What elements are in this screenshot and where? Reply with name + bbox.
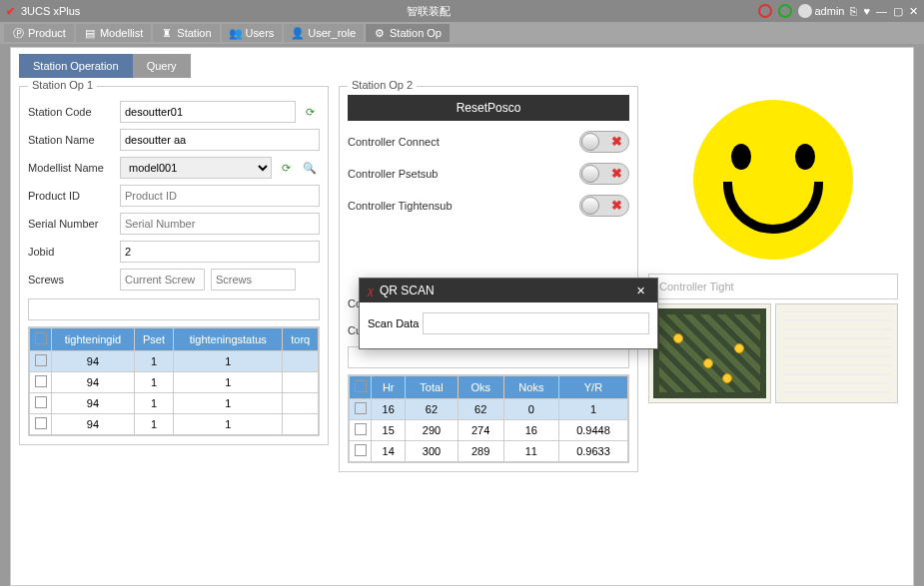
station-name-label: Station Name [28, 134, 120, 146]
dialog-close-button[interactable]: ✕ [632, 285, 649, 297]
dialog-title: QR SCAN [380, 284, 632, 297]
op1-legend: Station Op 1 [28, 79, 97, 91]
thumbnail-doc[interactable] [775, 303, 898, 403]
station-icon: ♜ [161, 27, 173, 39]
tab-users[interactable]: 👥Users [222, 24, 283, 42]
content-area: Station Operation Query Station Op 1 Sta… [10, 47, 914, 586]
thumbnails [648, 303, 898, 403]
users-icon: 👥 [230, 27, 242, 39]
refresh-icon[interactable]: ⟳ [300, 102, 320, 122]
current-program-box[interactable] [348, 346, 629, 368]
row-checkbox[interactable] [355, 402, 367, 414]
op1-freebox[interactable] [28, 298, 320, 320]
table-row[interactable]: 9411 [30, 414, 319, 435]
row-checkbox[interactable] [35, 417, 47, 429]
refresh2-icon[interactable]: ⟳ [276, 158, 296, 178]
station-op-1-fieldset: Station Op 1 Station Code ⟳ Station Name… [19, 86, 329, 445]
select-all-checkbox[interactable] [35, 332, 47, 344]
table-row[interactable]: 15290274160.9448 [350, 420, 628, 441]
select-all-checkbox[interactable] [355, 380, 367, 392]
app-logo-icon: ✔ [6, 5, 15, 18]
serial-number-label: Serial Number [28, 218, 120, 230]
minimize-icon[interactable]: — [876, 5, 887, 17]
tab-modellist[interactable]: ▤Modellist [76, 24, 151, 42]
modellist-label: Modellist Name [28, 162, 120, 174]
modellist-icon: ▤ [84, 27, 96, 39]
row-checkbox[interactable] [35, 396, 47, 408]
product-id-label: Product ID [28, 190, 120, 202]
controller-tightensub-label: Controller Tightensub [348, 200, 579, 212]
controller-connect-toggle[interactable]: ✖ [579, 131, 629, 153]
smiley-status-icon [693, 100, 853, 260]
main-tabbar: ⓅProduct ▤Modellist ♜Station 👥Users 👤Use… [0, 22, 924, 44]
qr-scan-icon: χ [368, 285, 374, 296]
current-screw-input[interactable] [120, 269, 205, 291]
user-role-icon: 👤 [292, 27, 304, 39]
table-row[interactable]: 16626201 [350, 399, 628, 420]
reset-posco-button[interactable]: ResetPosco [348, 95, 629, 121]
controller-tightensub-toggle[interactable]: ✖ [579, 195, 629, 217]
tab-user-role[interactable]: 👤User_role [284, 24, 364, 42]
op2-legend: Station Op 2 [348, 79, 417, 91]
status-green-icon[interactable] [778, 4, 792, 18]
controller-connect-label: Controller Connect [348, 136, 579, 148]
controller-psetsub-toggle[interactable]: ✖ [579, 163, 629, 185]
table-row[interactable]: 9411 [30, 351, 319, 372]
close-icon[interactable]: ✕ [909, 5, 918, 18]
maximize-icon[interactable]: ▢ [893, 5, 903, 18]
window-button-1[interactable]: ⎘ [850, 5, 857, 17]
subtab-operation[interactable]: Station Operation [19, 54, 133, 78]
station-code-input[interactable] [120, 101, 296, 123]
scan-data-input[interactable] [423, 312, 649, 334]
table-row[interactable]: 14300289110.9633 [350, 441, 628, 462]
screws-label: Screws [28, 274, 120, 286]
product-id-input[interactable] [120, 185, 320, 207]
table-row[interactable]: 9411 [30, 393, 319, 414]
serial-number-input[interactable] [120, 213, 320, 235]
controller-psetsub-label: Controller Psetsub [348, 168, 579, 180]
station-code-label: Station Code [28, 106, 120, 118]
modellist-select[interactable]: model001 [120, 157, 272, 179]
row-checkbox[interactable] [355, 423, 367, 435]
window-title: 智联装配 [100, 4, 757, 19]
stats-table[interactable]: Hr Total Oks Noks Y/R 16626201 152902741… [348, 374, 629, 463]
qr-scan-dialog: χ QR SCAN ✕ Scan Data [359, 278, 658, 349]
row-checkbox[interactable] [35, 375, 47, 387]
subtab-query[interactable]: Query [133, 54, 191, 78]
user-icon[interactable]: admin [798, 4, 845, 18]
tab-product[interactable]: ⓅProduct [4, 24, 74, 42]
table-row[interactable]: 9411 [30, 372, 319, 393]
row-checkbox[interactable] [355, 444, 367, 456]
tab-station-op[interactable]: ⚙Station Op [366, 24, 450, 42]
row-checkbox[interactable] [35, 354, 47, 366]
dialog-header[interactable]: χ QR SCAN ✕ [360, 279, 657, 302]
station-op-icon: ⚙ [374, 27, 386, 39]
jobid-input[interactable] [120, 241, 320, 263]
subtabs: Station Operation Query [11, 48, 913, 78]
controller-tight-box: Controller Tight [648, 274, 898, 299]
titlebar: ✔ 3UCS xPlus 智联装配 admin ⎘ ♥ — ▢ ✕ [0, 0, 924, 22]
product-icon: Ⓟ [12, 27, 24, 39]
jobid-label: Jobid [28, 246, 120, 258]
tab-station[interactable]: ♜Station [153, 24, 219, 42]
status-red-icon[interactable] [758, 4, 772, 18]
station-name-input[interactable] [120, 129, 320, 151]
app-name: 3UCS xPlus [21, 5, 80, 17]
tightening-table[interactable]: tighteningid Pset tighteningstatus torq … [28, 326, 320, 436]
screws-input[interactable] [211, 269, 296, 291]
thumbnail-pcb[interactable] [648, 303, 771, 403]
scan-data-label: Scan Data [368, 317, 419, 329]
window-button-2[interactable]: ♥ [863, 5, 870, 17]
titlebar-controls: admin ⎘ ♥ — ▢ ✕ [758, 4, 919, 18]
search-icon[interactable]: 🔍 [300, 158, 320, 178]
